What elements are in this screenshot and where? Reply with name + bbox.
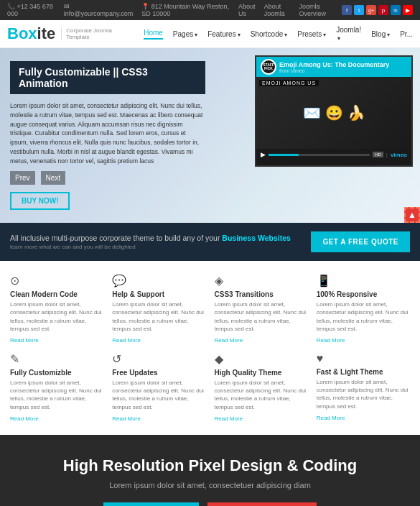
feature-desc-6: Lorem ipsum dolor sit amet, consectetur … [112,379,205,411]
promo-subtext: learn more what we can and you will be d… [10,244,291,250]
top-bar: 📞 +12 345 678 000 ✉ info@yourcompany.com… [0,0,420,20]
feature-item-4: 📱 100% Responsive Lorem ipsum dolor sit … [317,274,410,344]
nav-presets[interactable]: Presets [297,30,326,38]
progress-fill [269,154,299,156]
navbar: Boxite Corporate Joomla Template Home Pa… [0,20,420,48]
pinterest-icon[interactable]: p [378,5,388,15]
social-icons: f t g+ p in ▶ [342,5,413,15]
nav-pages[interactable]: Pages [173,30,197,38]
address: 📍 812 Mountain Way Reston, SD 10000 [141,3,238,17]
logo-text: Boxite [7,24,55,43]
read-more-4[interactable]: Read More [317,337,345,344]
feature-desc-7: Lorem ipsum dolor sit amet, consectetur … [215,379,308,411]
get-quote-button[interactable]: GET A FREE QUOTE [311,231,410,252]
scroll-up-button[interactable]: ▲ [404,207,420,223]
logo-tagline: Corporate Joomla Template [61,27,129,40]
responsive-icon: 📱 [317,274,410,288]
hd-badge: HD [373,152,383,157]
feature-desc-5: Lorem ipsum dolor sit amet, consectetur … [10,379,103,411]
about-us-link[interactable]: About Us [238,3,258,17]
video-body[interactable]: EMOJI AMONG US ✉️ 😀 🍌 [256,77,411,149]
play-button[interactable]: ▶ [261,151,266,158]
feature-item-2: 💬 Help & Support Lorem ipsum dolor sit a… [112,274,205,344]
bottom-buttons: BUY THIS THEME BUY THIS TEMPLATE [10,502,410,506]
googleplus-icon[interactable]: g+ [366,5,376,15]
customizable-icon: ✎ [10,352,103,366]
divider: | [386,152,388,158]
read-more-2[interactable]: Read More [112,337,141,344]
read-more-6[interactable]: Read More [112,415,141,422]
video-title: Emoji Among Us: The Documentary [279,61,389,68]
logo: Boxite Corporate Joomla Template [7,24,129,43]
read-more-5[interactable]: Read More [10,415,39,422]
bottom-title: High Resolution Pixel Design & Coding [10,456,410,475]
nav-shortcode[interactable]: Shortcode [251,30,288,38]
support-icon: 💬 [112,274,205,288]
email-address: ✉ info@yourcompany.com [64,3,134,17]
features-grid: ⊙ Clean Modern Code Lorem ipsum dolor si… [10,274,410,422]
nav-blog[interactable]: Blog [371,30,390,38]
promo-main-text: All inclusive multi-purpose corporate th… [10,234,291,242]
feature-desc-4: Lorem ipsum dolor sit amet, consectetur … [317,300,410,333]
quality-icon: ◆ [215,352,308,366]
promo-bar: All inclusive multi-purpose corporate th… [0,223,420,261]
feature-item-6: ↺ Free Updates Lorem ipsum dolor sit ame… [112,352,205,422]
buy-theme-button[interactable]: BUY THIS THEME [103,502,199,506]
top-bar-contact: 📞 +12 345 678 000 ✉ info@yourcompany.com… [7,3,238,17]
emoji-2: 😀 [325,104,343,121]
read-more-7[interactable]: Read More [215,415,243,422]
promo-highlight: Business Websites [222,234,291,242]
feature-desc-1: Lorem ipsum dolor sit amet, consectetur … [10,300,103,333]
hero-body-text: Lorem ipsum dolor sit amet, consectetur … [10,101,205,165]
read-more-8[interactable]: Read More [317,415,345,421]
prev-button[interactable]: Prev [10,171,35,185]
feature-item-7: ◆ High Quality Theme Lorem ipsum dolor s… [215,352,308,422]
nav-joomla[interactable]: Joomla! [336,26,361,42]
feature-title-1: Clean Modern Code [10,290,103,298]
video-top-bar: STAFFPICK Emoji Among Us: The Documentar… [256,57,411,77]
clean-code-icon: ⊙ [10,274,103,288]
video-subtitle: from Vimeo [279,68,389,73]
twitter-icon[interactable]: t [354,5,364,15]
bottom-section: High Resolution Pixel Design & Coding Lo… [0,435,420,506]
facebook-icon[interactable]: f [342,5,352,15]
emoji-row: ✉️ 😀 🍌 [303,104,365,121]
next-button[interactable]: Next [41,171,66,185]
feature-title-8: Fast & Light Theme [317,368,410,376]
hero-section: Fully Customizable || CSS3 Animation Lor… [0,48,420,223]
youtube-icon[interactable]: ▶ [403,5,413,15]
emoji-1: ✉️ [303,104,321,121]
feature-desc-2: Lorem ipsum dolor sit amet, consectetur … [112,300,205,333]
read-more-1[interactable]: Read More [10,337,39,344]
buy-template-button[interactable]: BUY THIS TEMPLATE [207,502,317,506]
staff-pick: STAFFPICK Emoji Among Us: The Documentar… [261,59,389,75]
feature-desc-3: Lorem ipsum dolor sit amet, consectetur … [215,300,308,333]
emoji-3: 🍌 [347,104,365,121]
buy-now-button[interactable]: BUY NOW! [10,192,70,210]
hero-title: Fully Customizable || CSS3 Animation [10,61,205,94]
feature-title-3: CSS3 Transitions [215,290,308,298]
feature-title-2: Help & Support [112,290,205,298]
nav-home[interactable]: Home [144,29,163,40]
feature-title-5: Fully Customizble [10,369,103,377]
read-more-3[interactable]: Read More [215,337,243,344]
css3-icon: ◈ [215,274,308,288]
video-label: EMOJI AMONG US [259,80,319,86]
feature-item-3: ◈ CSS3 Transitions Lorem ipsum dolor sit… [215,274,308,344]
about-joomla-link[interactable]: About Joomla [264,3,294,17]
promo-bar-wrapper: All inclusive multi-purpose corporate th… [0,223,420,261]
feature-item-8: ♥ Fast & Light Theme Lorem ipsum dolor s… [317,352,410,422]
fast-icon: ♥ [317,352,410,365]
linkedin-icon[interactable]: in [391,5,401,15]
staff-pick-badge: STAFFPICK [261,59,276,75]
video-panel: STAFFPICK Emoji Among Us: The Documentar… [255,55,413,167]
promo-text-start: All inclusive multi-purpose corporate th… [10,234,222,242]
vimeo-logo: vimeo [391,152,407,158]
nav-more[interactable]: Pr... [400,30,413,38]
phone-number: 📞 +12 345 678 000 [7,3,55,17]
nav-features[interactable]: Features [207,30,240,38]
joomla-overview-link[interactable]: Joomla Overview [299,3,336,17]
top-bar-right: About Us About Joomla Joomla Overview f … [238,3,413,17]
feature-title-4: 100% Responsive [317,290,410,298]
feature-title-6: Free Updates [112,369,205,377]
